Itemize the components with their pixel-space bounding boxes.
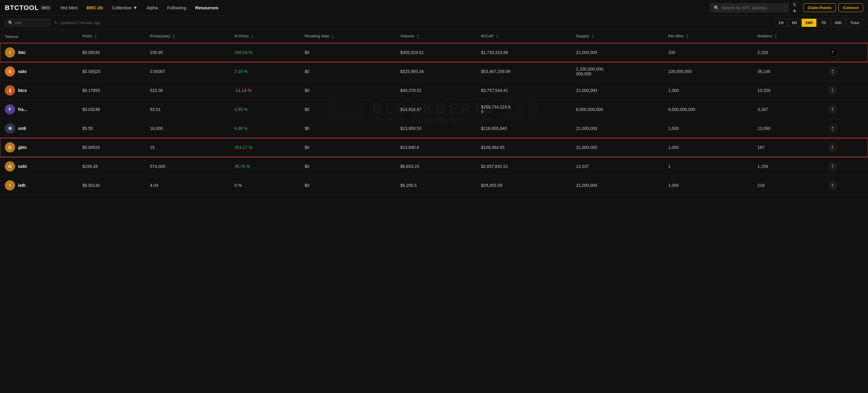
nav-links: Hot Mint BRC-20 Collection ▼ Alpha Follo… <box>57 3 710 12</box>
token-name-ibtc[interactable]: ibtc <box>18 50 26 55</box>
filter-1h[interactable]: 1H <box>775 19 787 27</box>
action-icon-sats[interactable]: ₾ <box>829 67 837 76</box>
volume-sats: $325,993.34 <box>395 62 476 81</box>
price-ordi: $5.55 <box>78 119 145 138</box>
col-mcap[interactable]: M.CAP ▲▼ <box>476 30 571 43</box>
twitter-icon[interactable]: 𝕏 <box>793 2 797 7</box>
nav-alpha[interactable]: Alpha <box>143 3 162 12</box>
per-mint-oshi: 1 <box>663 157 753 176</box>
price-percent-fra: 0.55 % <box>229 100 300 119</box>
token-name-sats[interactable]: sats <box>18 69 27 74</box>
col-action <box>824 30 868 43</box>
filter-7d[interactable]: 7D <box>817 19 830 27</box>
col-volume[interactable]: Volume ▲▼ <box>395 30 476 43</box>
action-cell-sats[interactable]: ₾ <box>824 62 868 81</box>
nav-hot-mint[interactable]: Hot Mint <box>57 3 81 12</box>
price-gbtc: $0.00520 <box>78 138 145 157</box>
supply-ieth: 21,000,000 <box>571 176 663 195</box>
price-fra: $0.03246 <box>78 100 145 119</box>
volume-btcs: $40,379.52 <box>395 81 476 100</box>
supply-btcs: 21,000,000 <box>571 81 663 100</box>
table-row: S sats $0.0{6}25 0.00007 2.16 % $0 $325,… <box>0 62 868 81</box>
price-percent-ordi: 6.66 % <box>229 119 300 138</box>
col-supply[interactable]: Supply ▲▼ <box>571 30 663 43</box>
updated-text: ↻ Updated 2 minutes ago <box>54 20 100 26</box>
action-cell-ieth[interactable]: ₾ <box>824 176 868 195</box>
mcap-gbtc: $109,364.85 <box>476 138 571 157</box>
col-price-percent[interactable]: % Price ▲▼ <box>229 30 300 43</box>
per-mint-btcs: 1,000 <box>663 81 753 100</box>
action-cell-fra[interactable]: ₾ <box>824 100 868 119</box>
token-name-ieth[interactable]: ieth <box>18 183 26 188</box>
token-cell-fra: F fra... <box>0 100 78 119</box>
col-price-sats[interactable]: Price(sats) ▲▼ <box>145 30 229 43</box>
connect-button[interactable]: Connect <box>838 3 863 12</box>
nav-resources[interactable]: Resources <box>191 3 222 12</box>
table-row: G gbtc $0.00520 15 353.17 % $0 $13,840.6… <box>0 138 868 157</box>
token-avatar-fra: F <box>5 104 15 114</box>
price-sats-ieth: 4.04 <box>145 176 229 195</box>
token-search[interactable]: 🔍 <box>5 19 50 27</box>
nav-brc20[interactable]: BRC-20 <box>83 3 106 12</box>
action-icon-ibtc[interactable]: ₾ <box>829 48 837 57</box>
telegram-icon[interactable]: ✈ <box>793 8 797 14</box>
token-cell-gbtc: G gbtc <box>0 138 78 157</box>
filter-6h[interactable]: 6H <box>788 19 801 27</box>
col-pending-sale[interactable]: Pending Sale ▲▼ <box>300 30 395 43</box>
holders-ordi: 13,090 <box>753 119 824 138</box>
token-avatar-btcs: ₿ <box>5 85 15 96</box>
mcap-sats: $53,467,259.99 <box>476 62 571 81</box>
action-icon-gbtc[interactable]: ₾ <box>829 143 837 152</box>
supply-gbtc: 21,000,000 <box>571 138 663 157</box>
supply-ordi: 21,000,000 <box>571 119 663 138</box>
per-mint-ieth: 1,000 <box>663 176 753 195</box>
pending-sale-btcs: $0 <box>300 81 395 100</box>
token-avatar-ibtc: I <box>5 47 15 58</box>
action-cell-btcs[interactable]: ₾ <box>824 81 868 100</box>
filter-30d[interactable]: 30D <box>831 19 846 27</box>
token-search-input[interactable] <box>15 21 47 25</box>
pending-sale-gbtc: $0 <box>300 138 395 157</box>
volume-ordi: $13,953.53 <box>395 119 476 138</box>
nav-search-input[interactable] <box>721 5 784 10</box>
action-cell-gbtc[interactable]: ₾ <box>824 138 868 157</box>
filter-total[interactable]: Total <box>846 19 863 27</box>
price-sats-ibtc: 235.95 <box>145 43 229 62</box>
holders-sats: 36,146 <box>753 62 824 81</box>
action-cell-ibtc[interactable]: ₾ <box>824 43 868 62</box>
token-name-gbtc[interactable]: gbtc <box>18 145 27 150</box>
per-mint-ibtc: 100 <box>663 43 753 62</box>
table-header: Tokens Price ▲▼ Price(sats) ▲▼ % Price ▲… <box>0 30 868 43</box>
action-icon-ordi[interactable]: ₾ <box>829 124 837 133</box>
token-name-btcs[interactable]: btcs <box>18 88 27 93</box>
col-tokens: Tokens <box>0 30 78 43</box>
action-icon-ieth[interactable]: ₾ <box>829 181 837 190</box>
price-percent-btcs: -11.14 % <box>229 81 300 100</box>
mcap-ordi: $116,655,840 <box>476 119 571 138</box>
volume-fra: $14,816.67 <box>395 100 476 119</box>
nav-search[interactable]: 🔍 <box>710 3 788 12</box>
table-row: ⚙ ordi $5.55 16,000 6.66 % $0 $13,953.53… <box>0 119 868 138</box>
sort-per-mint: ▲▼ <box>686 34 688 39</box>
action-cell-oshi[interactable]: ₾ <box>824 157 868 176</box>
action-icon-oshi[interactable]: ₾ <box>829 162 837 171</box>
action-icon-btcs[interactable]: ₾ <box>829 86 837 95</box>
col-price[interactable]: Price ▲▼ <box>78 30 145 43</box>
claim-points-button[interactable]: Claim Points <box>803 3 836 12</box>
action-cell-ordi[interactable]: ₾ <box>824 119 868 138</box>
token-table-container: ▒▒▒ BLOCKBEATS ▒▒▒ blockbeats Tokens Pri… <box>0 30 868 195</box>
nav-collection[interactable]: Collection ▼ <box>108 3 141 12</box>
token-name-oshi[interactable]: oshi <box>18 164 27 169</box>
price-sats: $0.0{6}25 <box>78 62 145 81</box>
token-cell-btcs: ₿ btcs <box>0 81 78 100</box>
sort-price-sats: ▲▼ <box>172 34 175 39</box>
nav-following[interactable]: Following <box>163 3 190 12</box>
action-icon-fra[interactable]: ₾ <box>829 105 837 113</box>
token-name-fra[interactable]: fra... <box>18 107 27 112</box>
filter-24h[interactable]: 24H <box>802 19 817 27</box>
col-holders[interactable]: Holders ▲▼ <box>753 30 824 43</box>
token-name-ordi[interactable]: ordi <box>18 126 26 131</box>
price-oshi: $199.28 <box>78 157 145 176</box>
token-cell-oshi: O oshi <box>0 157 78 176</box>
col-per-mint[interactable]: Per Mint ▲▼ <box>663 30 753 43</box>
